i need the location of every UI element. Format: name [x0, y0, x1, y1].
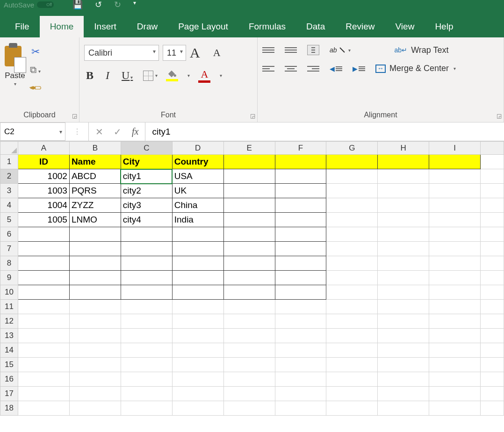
cell-C3[interactable]: city2 — [121, 184, 172, 198]
cell-E18[interactable] — [223, 401, 275, 416]
cell-D6[interactable] — [172, 227, 223, 242]
bold-button[interactable]: B — [84, 68, 95, 83]
align-bottom-icon[interactable] — [307, 45, 319, 55]
increase-font-icon[interactable]: A — [190, 45, 200, 61]
cell-A11[interactable] — [18, 300, 69, 314]
cell-I10[interactable] — [429, 285, 481, 300]
copy-icon[interactable]: ⧉ — [30, 65, 41, 75]
cell-D1[interactable]: Country — [172, 155, 223, 169]
tab-review[interactable]: Review — [335, 16, 385, 37]
cell-B8[interactable] — [69, 256, 121, 271]
cell-F7[interactable] — [275, 242, 326, 256]
cell-I7[interactable] — [429, 242, 481, 256]
cell-H9[interactable] — [378, 271, 429, 285]
cell-H10[interactable] — [378, 285, 429, 300]
cell-B9[interactable] — [69, 271, 121, 285]
column-header-A[interactable]: A — [18, 142, 69, 155]
cell-C6[interactable] — [121, 227, 172, 242]
cell-H18[interactable] — [378, 401, 429, 416]
cell-A13[interactable] — [18, 329, 69, 343]
name-box[interactable]: C2 ▾ — [0, 122, 65, 141]
cell-next-${r}[interactable] — [480, 314, 504, 329]
font-name-combo[interactable]: Calibri ▾ — [84, 45, 159, 61]
column-header-B[interactable]: B — [69, 142, 121, 155]
cell-I3[interactable] — [429, 184, 481, 198]
cell-G10[interactable] — [326, 285, 378, 300]
cell-F1[interactable] — [275, 155, 326, 169]
cell-next-${r}[interactable] — [480, 329, 504, 343]
cell-G5[interactable] — [326, 213, 378, 227]
cell-D10[interactable] — [172, 285, 223, 300]
cell-G3[interactable] — [326, 184, 378, 198]
cell-G17[interactable] — [326, 387, 378, 401]
cell-F8[interactable] — [275, 256, 326, 271]
column-header-F[interactable]: F — [275, 142, 326, 155]
cell-A5[interactable]: 1005 — [18, 213, 69, 227]
cell-H1[interactable] — [378, 155, 429, 169]
cell-G8[interactable] — [326, 256, 378, 271]
tab-draw[interactable]: Draw — [127, 16, 168, 37]
font-color-button[interactable]: A — [198, 68, 210, 83]
cell-F5[interactable] — [275, 213, 326, 227]
cell-E11[interactable] — [223, 300, 275, 314]
cell-C7[interactable] — [121, 242, 172, 256]
cell-A2[interactable]: 1002 — [18, 169, 69, 184]
cell-H2[interactable] — [378, 169, 429, 184]
cell-F2[interactable] — [275, 169, 326, 184]
cell-F9[interactable] — [275, 271, 326, 285]
autosave-toggle[interactable]: AutoSave Off — [4, 1, 54, 9]
row-header-10[interactable]: 10 — [0, 285, 18, 300]
row-header-17[interactable]: 17 — [0, 387, 18, 401]
tab-data[interactable]: Data — [296, 16, 335, 37]
cell-C12[interactable] — [121, 314, 172, 329]
cell-G1[interactable] — [326, 155, 378, 169]
cell-I8[interactable] — [429, 256, 481, 271]
cell-G11[interactable] — [326, 300, 378, 314]
cell-E4[interactable] — [223, 198, 275, 213]
column-header-C[interactable]: C — [121, 142, 172, 155]
cell-F17[interactable] — [275, 387, 326, 401]
tab-insert[interactable]: Insert — [84, 16, 127, 37]
cell-G18[interactable] — [326, 401, 378, 416]
cell-E17[interactable] — [223, 387, 275, 401]
row-header-5[interactable]: 5 — [0, 213, 18, 227]
cell-I1[interactable] — [429, 155, 481, 169]
cell-D11[interactable] — [172, 300, 223, 314]
cell-I16[interactable] — [429, 372, 481, 387]
paste-button[interactable]: Paste ▾ — [5, 44, 25, 86]
cell-next-${r}[interactable] — [480, 285, 504, 300]
format-painter-icon[interactable]: 🖌 — [28, 80, 43, 96]
cell-A12[interactable] — [18, 314, 69, 329]
underline-button[interactable]: U▾ — [120, 68, 135, 83]
row-header-8[interactable]: 8 — [0, 256, 18, 271]
cell-C4[interactable]: city3 — [121, 198, 172, 213]
cell-next-${r}[interactable] — [480, 155, 504, 169]
undo-icon[interactable]: ↺ — [95, 0, 102, 10]
merge-center-button[interactable]: Merge & Center ▾ — [375, 64, 456, 73]
cell-E8[interactable] — [223, 256, 275, 271]
row-header-1[interactable]: 1 — [0, 155, 18, 169]
cell-C11[interactable] — [121, 300, 172, 314]
cell-B7[interactable] — [69, 242, 121, 256]
cell-A18[interactable] — [18, 401, 69, 416]
cell-I12[interactable] — [429, 314, 481, 329]
cell-F18[interactable] — [275, 401, 326, 416]
orientation-button[interactable]: ab▾ — [330, 46, 351, 54]
cell-E2[interactable] — [223, 169, 275, 184]
cell-G15[interactable] — [326, 358, 378, 372]
row-header-12[interactable]: 12 — [0, 314, 18, 329]
cell-H15[interactable] — [378, 358, 429, 372]
font-size-combo[interactable]: 11 ▾ — [163, 45, 186, 61]
cell-H3[interactable] — [378, 184, 429, 198]
cell-B3[interactable]: PQRS — [69, 184, 121, 198]
cell-C5[interactable]: city4 — [121, 213, 172, 227]
cell-D15[interactable] — [172, 358, 223, 372]
cell-D9[interactable] — [172, 271, 223, 285]
borders-button[interactable]: ▾ — [143, 71, 158, 81]
clipboard-dialog-launcher-icon[interactable]: ◲ — [72, 113, 77, 119]
cell-B14[interactable] — [69, 343, 121, 358]
cell-C17[interactable] — [121, 387, 172, 401]
cell-F12[interactable] — [275, 314, 326, 329]
cell-next-${r}[interactable] — [480, 401, 504, 416]
cell-A17[interactable] — [18, 387, 69, 401]
